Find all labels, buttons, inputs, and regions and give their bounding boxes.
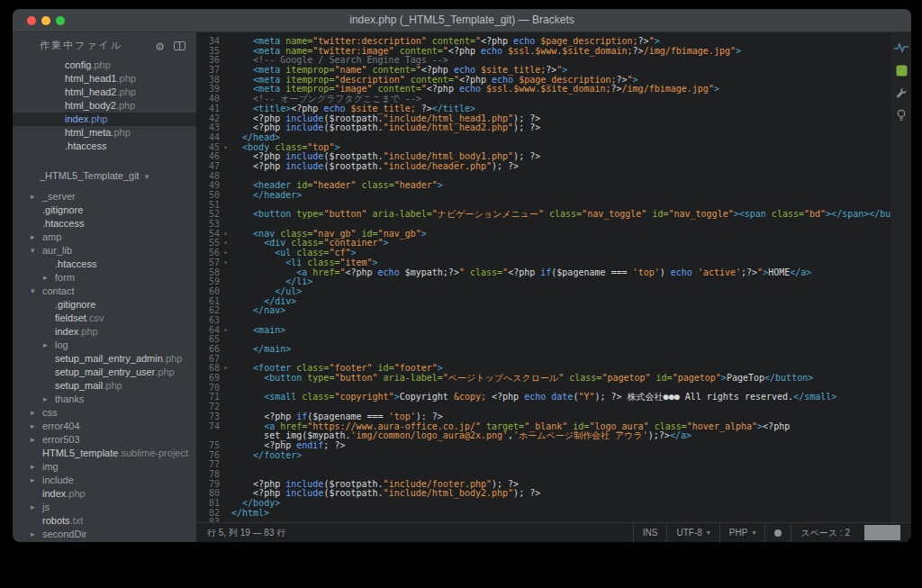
code-line[interactable]: 65 [196,335,891,345]
split-view-icon[interactable] [174,41,185,52]
tree-item[interactable]: index.php [13,325,196,339]
working-file-item[interactable]: html_meta.php [13,126,196,140]
tree-item[interactable]: ▸include [13,474,196,487]
working-file-item[interactable]: .htaccess [13,140,196,153]
line-number: 60 [196,287,220,297]
tree-item[interactable]: HTML5_template.sublime-project [13,447,196,460]
code-line[interactable]: 47 <?php include($rootpath."include/head… [196,162,891,172]
code-line[interactable]: 82</html> [196,509,891,519]
disclosure-triangle-icon[interactable]: ▸ [31,460,42,474]
gear-icon[interactable]: ⚙ [155,41,167,52]
tree-item[interactable]: ▾contact [13,285,196,298]
status-dot-icon [774,529,782,537]
code-line[interactable]: 71 <small class="copyright">Copyright &c… [196,393,891,403]
code-line[interactable]: 64▾ <main> [196,326,891,336]
lint-status-icon[interactable] [764,523,791,542]
tree-item[interactable]: .htaccess [13,217,196,231]
line-number: 41 [196,104,220,114]
code-line[interactable]: 43 <?php include($rootpath."include/html… [196,123,891,133]
code-editor[interactable]: 34 <meta name="twitter:description" cont… [196,32,891,523]
code-line[interactable]: 63 [196,316,891,326]
tree-item[interactable]: robots.txt [13,514,196,528]
code-fold-icon[interactable]: ▾ [220,249,231,258]
tree-item[interactable]: setup_mail.php [13,379,196,393]
status-php[interactable]: PHP▾ [719,523,765,542]
tree-item[interactable]: .gitignore [13,298,196,312]
code-fold-icon[interactable]: ▾ [220,230,231,240]
tree-item[interactable]: ▾aur_lib [13,244,196,258]
tree-item[interactable]: ▸thanks [13,393,196,406]
disclosure-triangle-icon[interactable]: ▸ [43,271,55,285]
title-bar[interactable]: index.php (_HTML5_Template_git) — Bracke… [13,9,911,32]
line-number: 57 [196,258,220,268]
tree-item[interactable]: ▸amp [13,231,196,244]
tree-item[interactable]: ▸log [13,339,196,352]
code-fold-icon[interactable]: ▾ [220,143,231,153]
window-title: index.php (_HTML5_Template_git) — Bracke… [13,9,911,32]
code-fold-icon[interactable]: ▾ [220,258,231,268]
working-file-item[interactable]: index.php [13,113,196,126]
code-line[interactable]: 62 </nav> [196,306,891,316]
tree-item[interactable]: ▸error404 [13,420,196,433]
tree-item[interactable]: setup_mail_entry_admin.php [13,352,196,366]
disclosure-triangle-icon[interactable]: ▸ [31,190,42,204]
live-preview-pulse-icon[interactable] [894,41,908,55]
disclosure-triangle-icon[interactable]: ▸ [31,433,42,447]
tree-item[interactable]: ▸_server [13,190,196,204]
working-file-item[interactable]: html_head2.php [13,86,196,99]
disclosure-triangle-icon[interactable]: ▾ [31,244,42,258]
line-number: 74 [196,422,220,432]
tree-item[interactable]: ▸form [13,271,196,285]
disclosure-triangle-icon[interactable]: ▸ [31,501,42,514]
code-line[interactable]: 66 </main> [196,345,891,355]
tree-item[interactable]: .htaccess [13,258,196,271]
status-utf-8[interactable]: UTF-8▾ [666,523,719,542]
disclosure-triangle-icon[interactable]: ▸ [31,528,42,541]
working-file-item[interactable]: config.php [13,59,196,72]
working-file-item[interactable]: html_body2.php [13,99,196,113]
code-line[interactable]: 60 </ul> [196,287,891,297]
disclosure-triangle-icon[interactable]: ▸ [31,406,42,420]
tree-item[interactable]: setup_mail_entry_user.php [13,366,196,379]
code-line[interactable]: 81 </body> [196,499,891,509]
line-number: 75 [196,441,220,451]
scrollbar-corner[interactable] [864,525,900,540]
cursor-position: 行 5, 列 19 — 83 行 [207,523,285,542]
chevron-down-icon: ▾ [145,172,149,181]
disclosure-triangle-icon[interactable]: ▸ [31,420,42,433]
hints-lightbulb-icon[interactable] [894,108,908,122]
tree-item[interactable]: index.php [13,487,196,501]
code-fold-icon[interactable]: ▾ [220,326,231,336]
disclosure-triangle-icon[interactable]: ▾ [31,285,42,298]
code-line[interactable]: 61 </div> [196,297,891,307]
disclosure-triangle-icon[interactable]: ▸ [31,231,42,244]
status-ins[interactable]: INS [633,523,667,542]
code-line[interactable]: 69 <button type="button" aria-label="ページ… [196,374,891,384]
disclosure-triangle-icon[interactable]: ▸ [43,339,55,352]
disclosure-triangle-icon[interactable]: ▸ [31,474,42,487]
extension-manager-icon[interactable] [894,63,908,77]
tree-item[interactable]: ▸css [13,406,196,420]
working-file-item[interactable]: html_head1.php [13,72,196,86]
working-files-header: 作業中ファイル [40,40,122,50]
code-fold-icon[interactable]: ▾ [220,239,231,249]
status--2[interactable]: スペース : 2 [791,523,859,542]
tree-item[interactable]: ▸secondDir [13,528,196,541]
tree-item[interactable]: ▸error503 [13,433,196,447]
tree-item[interactable]: ▸img [13,460,196,474]
code-line[interactable]: 76 </footer> [196,451,891,461]
code-line[interactable]: 50 </header> [196,191,891,201]
disclosure-triangle-icon[interactable]: ▸ [43,393,55,406]
tools-wrench-icon[interactable] [894,86,908,100]
code-line[interactable]: 52 <button type="button" aria-label="ナビゲ… [196,210,891,220]
code-fold-icon[interactable]: ▾ [220,364,231,374]
tree-item[interactable]: .gitignore [13,204,196,217]
tree-item[interactable]: fieldset.csv [13,312,196,325]
tree-item[interactable]: ▸js [13,501,196,514]
chevron-down-icon: ▾ [752,523,755,542]
extension-toolbar [891,32,911,523]
code-line[interactable]: 77 [196,460,891,470]
code-line[interactable]: 80 <?php include($rootpath."include/html… [196,489,891,499]
project-dropdown[interactable]: _HTML5_Template_git▾ [13,168,196,183]
sidebar: 作業中ファイル ⚙ config.phphtml_head1.phphtml_h… [13,32,196,542]
